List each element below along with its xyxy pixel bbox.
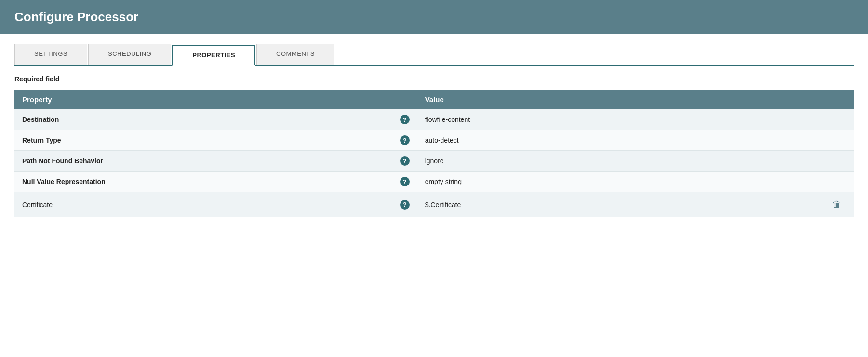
action-cell: [820, 130, 854, 151]
property-value[interactable]: flowfile-content: [417, 109, 820, 130]
action-cell: [820, 151, 854, 172]
property-value[interactable]: empty string: [417, 172, 820, 192]
property-name: Null Value Representation: [22, 178, 106, 185]
help-icon[interactable]: ?: [400, 115, 410, 124]
table-row: Null Value Representation?empty string: [14, 172, 854, 192]
tab-comments[interactable]: COMMENTS: [256, 44, 334, 65]
dialog-header: Configure Processor: [0, 0, 868, 34]
action-cell: [820, 109, 854, 130]
action-cell: 🗑: [820, 192, 854, 217]
dialog-content: SETTINGS SCHEDULING PROPERTIES COMMENTS …: [0, 34, 868, 227]
help-icon[interactable]: ?: [400, 156, 410, 166]
column-header-property: Property: [14, 90, 417, 109]
dialog-title: Configure Processor: [14, 10, 854, 25]
tab-scheduling[interactable]: SCHEDULING: [88, 44, 171, 65]
table-header-row: Property Value: [14, 90, 854, 109]
property-name: Destination: [22, 116, 59, 123]
property-value[interactable]: $.Certificate: [417, 192, 820, 217]
property-name: Return Type: [22, 136, 61, 144]
tab-properties[interactable]: PROPERTIES: [172, 45, 255, 66]
column-header-action: [820, 90, 854, 109]
required-field-label: Required field: [14, 75, 854, 83]
tab-bar: SETTINGS SCHEDULING PROPERTIES COMMENTS: [14, 44, 854, 66]
table-row: Destination?flowfile-content: [14, 109, 854, 130]
column-header-value: Value: [417, 90, 820, 109]
table-row: Certificate?$.Certificate🗑: [14, 192, 854, 217]
tab-settings[interactable]: SETTINGS: [14, 44, 87, 65]
help-icon[interactable]: ?: [400, 200, 410, 210]
delete-icon[interactable]: 🗑: [830, 198, 843, 212]
table-row: Return Type?auto-detect: [14, 130, 854, 151]
action-cell: [820, 172, 854, 192]
table-row: Path Not Found Behavior?ignore: [14, 151, 854, 172]
property-value[interactable]: ignore: [417, 151, 820, 172]
help-icon[interactable]: ?: [400, 135, 410, 145]
property-name: Certificate: [22, 201, 53, 209]
properties-table: Property Value Destination?flowfile-cont…: [14, 90, 854, 217]
property-name: Path Not Found Behavior: [22, 157, 103, 165]
help-icon[interactable]: ?: [400, 177, 410, 186]
property-value[interactable]: auto-detect: [417, 130, 820, 151]
